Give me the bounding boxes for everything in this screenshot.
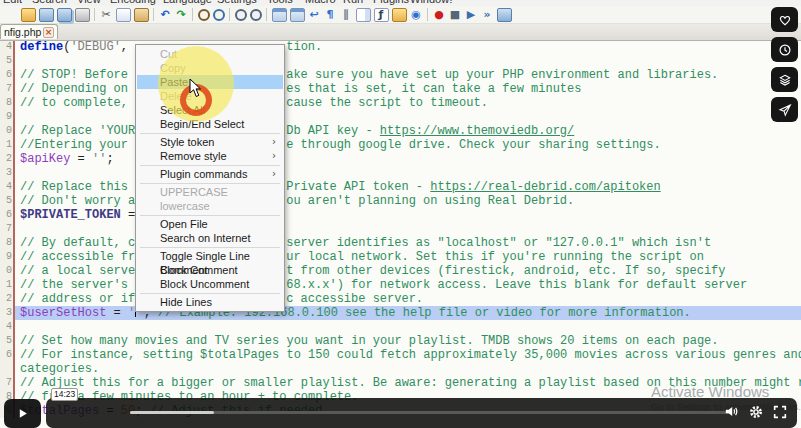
cut-icon[interactable]: ✂ (100, 9, 113, 21)
context-menu-item-lowercase[interactable]: lowercase (137, 199, 283, 213)
code-token: define (20, 40, 63, 54)
play-macro-icon[interactable]: ▶ (465, 9, 478, 21)
code-text: // to complete, cause the script to time… (15, 96, 801, 110)
seek-bar[interactable] (130, 411, 730, 414)
code-token: categories. (20, 362, 99, 376)
new-file-icon[interactable] (5, 9, 18, 21)
code-line: 0// Replace 'YOURDb API key - https://ww… (0, 124, 801, 138)
context-menu-item-toggle-single-line-comment[interactable]: Toggle Single Line Comment (137, 249, 283, 263)
line-number: 5 (0, 334, 13, 348)
open-folder-icon[interactable] (21, 8, 36, 22)
code-line: 9// accessible frur local network. Set t… (0, 250, 801, 264)
watch-later-button[interactable] (771, 37, 798, 62)
code-line: 2// address or ifc accessibe server. (0, 292, 801, 306)
heart-icon (777, 12, 793, 28)
code-token: // address or if (20, 292, 135, 306)
code-text: // For instance, setting $totalPages to … (15, 348, 801, 362)
document-map-icon[interactable] (356, 8, 371, 22)
save-macro-icon[interactable] (497, 8, 512, 22)
word-wrap-icon[interactable]: ↩ (308, 9, 321, 21)
toolbar-separator (94, 8, 95, 21)
settings-button[interactable] (748, 404, 764, 424)
like-button[interactable] (771, 7, 798, 32)
find-icon[interactable] (198, 9, 210, 21)
run-macro-multiple-icon[interactable]: » (481, 9, 494, 21)
folder-workspace-icon[interactable] (392, 8, 407, 22)
context-menu-item-uppercase[interactable]: UPPERCASE (137, 185, 283, 199)
layers-icon (777, 72, 793, 88)
code-token: // By default, c (20, 236, 135, 250)
code-token: // to complete, (20, 96, 135, 110)
code-token: $userSetHost (20, 306, 106, 320)
code-text: // address or ifc accessibe server. (15, 292, 801, 306)
replace-icon[interactable] (213, 9, 225, 21)
code-link[interactable]: https://real-debrid.com/apitoken (430, 180, 660, 194)
line-number: 8 (0, 96, 13, 110)
share-button[interactable] (771, 97, 798, 122)
code-text: $userSetHost = ''; // Example: 192.168.0… (15, 306, 801, 320)
sync-h-scroll-icon[interactable] (290, 8, 305, 22)
context-menu-item-style-token[interactable]: Style token› (137, 135, 283, 149)
toolbar-separator (427, 8, 428, 21)
print-icon[interactable] (75, 8, 90, 22)
code-text (15, 320, 801, 334)
line-number: 5 (0, 194, 13, 208)
context-menu-item-open-file[interactable]: Open File (137, 217, 283, 231)
code-text: // STOP! Before ake sure you have set up… (15, 68, 801, 82)
context-menu-item-block-comment[interactable]: Block Comment (137, 263, 283, 277)
line-number: 6 (0, 208, 13, 222)
undo-icon[interactable]: ↶ (159, 9, 172, 21)
code-line: 6$PRIVATE_TOKEN = (0, 208, 801, 222)
copy-icon[interactable] (116, 8, 131, 22)
context-menu-item-remove-style[interactable]: Remove style› (137, 149, 283, 163)
stop-macro-icon[interactable]: ■ (449, 9, 462, 21)
gear-icon (748, 404, 764, 420)
context-menu-item-plugin-commands[interactable]: Plugin commands› (137, 167, 283, 181)
fullscreen-button[interactable] (772, 404, 788, 424)
context-menu-item-block-uncomment[interactable]: Block Uncomment (137, 277, 283, 291)
code-token: // Depending on (20, 82, 135, 96)
code-token: $PRIVATE_TOKEN (20, 208, 121, 222)
code-token: e through google drive. Check your shari… (286, 138, 660, 152)
code-token: ou aren't planning on using Real Debrid. (286, 194, 574, 208)
zoom-in-icon[interactable] (235, 9, 247, 21)
zoom-out-icon[interactable] (250, 9, 262, 21)
save-icon[interactable] (39, 8, 54, 22)
code-text: // accessible frur local network. Set th… (15, 250, 801, 264)
sync-v-scroll-icon[interactable] (272, 8, 287, 22)
code-token: ; (106, 152, 113, 166)
code-token: // the server's (20, 278, 135, 292)
volume-button[interactable] (723, 403, 740, 424)
monitoring-icon[interactable]: ◉ (410, 9, 423, 21)
context-menu-item-hide-lines[interactable]: Hide Lines (137, 295, 283, 309)
add-to-collection-button[interactable] (771, 67, 798, 92)
code-line: 5 (0, 54, 801, 68)
context-menu-item-search-on-internet[interactable]: Search on Internet (137, 231, 283, 245)
code-line: 2$apiKey = ''; (0, 152, 801, 166)
paste-icon[interactable] (134, 8, 149, 22)
code-text: // a local servet from other devices (fi… (15, 264, 801, 278)
code-text (15, 166, 801, 180)
tab-close-icon[interactable]: × (43, 27, 54, 38)
video-frame[interactable]: EditSearchViewEncodingLanguageSettingsTo… (0, 0, 801, 428)
play-button[interactable] (4, 399, 41, 428)
code-link[interactable]: https://www.themoviedb.org/ (380, 124, 574, 138)
show-all-chars-icon[interactable]: ¶ (324, 9, 337, 21)
line-number: 0 (0, 264, 13, 278)
code-line: 6// STOP! Before ake sure you have set u… (0, 68, 801, 82)
code-text: // the server's 68.x.x') for network acc… (15, 278, 801, 292)
code-text: $PRIVATE_TOKEN = (15, 208, 801, 222)
function-list-icon[interactable]: ƒ (374, 8, 389, 22)
tab-config-php[interactable]: nfig.php × (0, 24, 58, 39)
code-text (15, 54, 801, 68)
tab-label: nfig.php (4, 26, 43, 39)
save-all-icon[interactable] (57, 8, 72, 22)
record-macro-icon[interactable]: ● (433, 9, 446, 21)
code-text: // Replace this Private API token - http… (15, 180, 801, 194)
line-number: 4 (0, 180, 13, 194)
code-editor[interactable]: 4define('DEBUG', tion.56// STOP! Before … (0, 40, 801, 428)
line-number: 6 (0, 68, 13, 82)
code-line: 5// Set how many movies and TV series yo… (0, 334, 801, 348)
indent-guide-icon[interactable]: ∥ (340, 9, 353, 21)
redo-icon[interactable]: ↷ (175, 9, 188, 21)
